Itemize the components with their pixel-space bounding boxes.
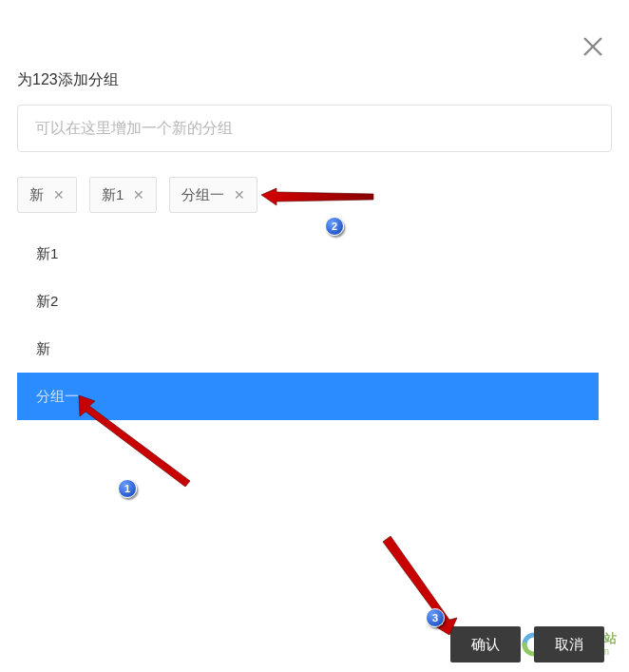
tag-remove-icon[interactable]: ✕ (234, 187, 245, 202)
tag-label: 新 (29, 186, 44, 204)
tag-item[interactable]: 分组一 ✕ (169, 177, 257, 213)
tag-label: 分组一 (181, 186, 224, 204)
tag-label: 新1 (102, 186, 124, 204)
new-group-input[interactable] (17, 105, 612, 152)
tag-item[interactable]: 新1 ✕ (89, 177, 157, 213)
dialog-title: 为123添加分组 (17, 70, 119, 90)
annotation-arrow-1 (74, 395, 198, 490)
tag-item[interactable]: 新 ✕ (17, 177, 77, 213)
confirm-button[interactable]: 确认 (450, 626, 521, 662)
group-list-item[interactable]: 新1 (17, 230, 599, 278)
group-list-item-label: 新1 (36, 245, 58, 263)
annotation-arrow-3 (375, 532, 461, 642)
group-list-item-label: 新 (36, 340, 50, 358)
selected-tags-row: 新 ✕ 新1 ✕ 分组一 ✕ (17, 177, 257, 213)
annotation-arrow-2 (261, 185, 375, 208)
close-icon[interactable] (582, 36, 603, 57)
cancel-button[interactable]: 取消 (534, 626, 604, 662)
annotation-badge-2: 2 (325, 217, 344, 236)
group-list-item-label: 新2 (36, 293, 58, 311)
group-list: 新1 新2 新 分组一 (17, 230, 599, 420)
annotation-badge-1: 1 (118, 479, 137, 498)
annotation-badge-3: 3 (426, 608, 445, 627)
tag-remove-icon[interactable]: ✕ (53, 187, 65, 202)
group-list-item[interactable]: 新 (17, 325, 599, 373)
svg-marker-4 (383, 536, 457, 635)
group-list-item-label: 分组一 (36, 388, 79, 406)
svg-marker-2 (261, 188, 373, 205)
tag-remove-icon[interactable]: ✕ (133, 187, 144, 202)
svg-marker-3 (79, 395, 190, 487)
group-list-item[interactable]: 新2 (17, 278, 599, 325)
